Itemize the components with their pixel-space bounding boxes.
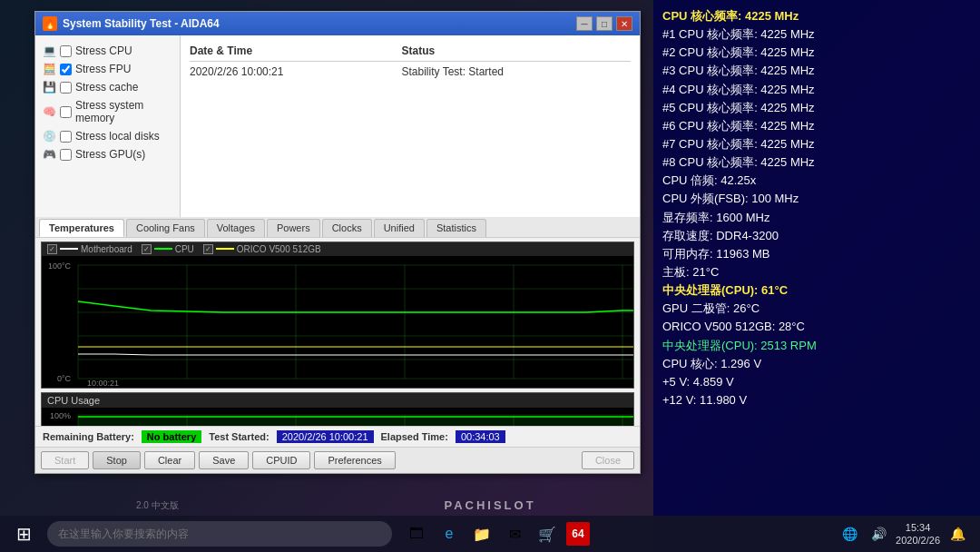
- test-started-value: 2020/2/26 10:00:21: [277, 430, 374, 443]
- chart-legend-bar: Motherboard CPU ORICO V500 512GB: [42, 242, 633, 256]
- tab-cooling-fans[interactable]: Cooling Fans: [126, 219, 205, 237]
- stress-checkbox-4[interactable]: [60, 131, 72, 143]
- stat-line: #2 CPU 核心频率: 4225 MHz: [662, 44, 971, 62]
- stress-checkbox-0[interactable]: [60, 45, 72, 57]
- cpu-usage-label: CPU Usage: [47, 395, 100, 406]
- svg-text:0°C: 0°C: [57, 374, 72, 383]
- time-value: 15:34: [896, 521, 940, 534]
- version-info: 2.0 中文版: [136, 499, 179, 512]
- bottom-info-bar: Remaining Battery: No battery Test Start…: [35, 426, 640, 447]
- taskbar-icon-view[interactable]: 🗔: [403, 520, 430, 547]
- stat-line: +12 V: 11.980 V: [662, 391, 971, 409]
- checkbox-icon-2: 💾: [43, 81, 56, 94]
- legend-orico-color: [216, 248, 234, 250]
- taskbar-right: 🌐 🔊 15:34 2020/2/26 🔔: [838, 521, 976, 547]
- checkbox-label-5: Stress GPU(s): [75, 148, 145, 161]
- cpu-chart-title: CPU Usage: [42, 393, 633, 408]
- stat-line: CPU 核心: 1.296 V: [662, 355, 971, 373]
- cpuid-button[interactable]: CPUID: [252, 451, 310, 469]
- checkbox-label-4: Stress local disks: [75, 130, 160, 143]
- tab-voltages[interactable]: Voltages: [207, 219, 265, 237]
- elapsed-value: 00:34:03: [456, 430, 505, 443]
- title-bar-controls: ─ □ ✕: [576, 16, 632, 31]
- title-bar: 🔥 System Stability Test - AIDA64 ─ □ ✕: [35, 12, 640, 35]
- svg-text:100%: 100%: [50, 411, 71, 420]
- save-button[interactable]: Save: [199, 451, 249, 469]
- legend-orico-checkbox[interactable]: [203, 244, 213, 254]
- taskbar-pinned-icons: 🗔 e 📁 ✉ 🛒 64: [403, 520, 590, 547]
- stat-line: CPU 外频(FSB): 100 MHz: [662, 190, 971, 208]
- battery-label: Remaining Battery:: [43, 431, 134, 442]
- legend-motherboard-label: Motherboard: [81, 244, 132, 254]
- status-header: Status: [402, 43, 632, 62]
- preferences-button[interactable]: Preferences: [314, 451, 395, 469]
- taskbar-icon-edge[interactable]: e: [436, 520, 463, 547]
- svg-text:100°C: 100°C: [48, 261, 72, 271]
- stat-line: 中央处理器(CPU): 61°C: [662, 281, 971, 300]
- legend-cpu-checkbox[interactable]: [142, 244, 152, 254]
- stop-button[interactable]: Stop: [93, 451, 141, 469]
- stat-line: #4 CPU 核心频率: 4225 MHz: [662, 81, 971, 99]
- tab-powers[interactable]: Powers: [267, 219, 320, 237]
- stress-checkbox-5[interactable]: [60, 149, 72, 161]
- stress-checkbox-2[interactable]: [60, 82, 72, 94]
- taskbar-icon-store[interactable]: 🛒: [534, 520, 561, 547]
- stat-line: #1 CPU 核心频率: 4225 MHz: [662, 25, 971, 44]
- test-started-label: Test Started:: [209, 431, 269, 442]
- tab-strip: TemperaturesCooling FansVoltagesPowersCl…: [35, 217, 640, 238]
- checkbox-row-3: 🧠Stress system memory: [43, 99, 172, 124]
- stat-line: 可用内存: 11963 MB: [662, 245, 971, 263]
- checkbox-row-1: 🧮Stress FPU: [43, 63, 172, 75]
- badge-64: 64: [572, 527, 583, 540]
- checkbox-row-4: 💿Stress local disks: [43, 130, 172, 143]
- legend-cpu-label: CPU: [175, 244, 194, 254]
- stat-line: #5 CPU 核心频率: 4225 MHz: [662, 99, 971, 117]
- stress-options-panel: 💻Stress CPU🧮Stress FPU💾Stress cache🧠Stre…: [35, 35, 181, 217]
- tray-icon-notification[interactable]: 🔔: [946, 522, 969, 546]
- close-window-button[interactable]: ✕: [616, 16, 632, 31]
- cpu-usage-chart-container: CPU Usage 100% 0%: [41, 392, 634, 427]
- checkbox-label-2: Stress cache: [75, 81, 138, 94]
- status-cell: Stability Test: Started: [402, 62, 632, 81]
- stress-checkbox-3[interactable]: [60, 106, 72, 118]
- clear-button[interactable]: Clear: [144, 451, 195, 469]
- legend-orico-label: ORICO V500 512GB: [237, 244, 321, 254]
- battery-value: No battery: [142, 430, 201, 443]
- stat-line: CPU 核心频率: 4225 MHz: [662, 7, 971, 25]
- taskbar: ⊞ 🗔 e 📁 ✉ 🛒 64 🌐 🔊 15:34 2020/2/26 🔔: [0, 516, 980, 552]
- stat-line: #7 CPU 核心频率: 4225 MHz: [662, 135, 971, 153]
- checkbox-icon-3: 🧠: [43, 105, 56, 118]
- tab-temperatures[interactable]: Temperatures: [39, 219, 124, 237]
- taskbar-icon-folder[interactable]: 📁: [468, 520, 495, 547]
- action-buttons-bar: Start Stop Clear Save CPUID Preferences …: [35, 447, 640, 473]
- stat-line: #6 CPU 核心频率: 4225 MHz: [662, 117, 971, 135]
- taskbar-icon-mail[interactable]: ✉: [501, 520, 528, 547]
- stat-line: CPU 倍频: 42.25x: [662, 172, 971, 190]
- checkbox-row-5: 🎮Stress GPU(s): [43, 148, 172, 161]
- checkbox-icon-4: 💿: [43, 130, 56, 143]
- checkbox-row-0: 💻Stress CPU: [43, 44, 172, 57]
- tray-icon-network[interactable]: 🌐: [838, 522, 861, 546]
- checkbox-row-2: 💾Stress cache: [43, 81, 172, 94]
- aida64-icon: 🔥: [43, 16, 57, 31]
- legend-motherboard-checkbox[interactable]: [47, 244, 57, 254]
- checkbox-icon-1: 🧮: [43, 63, 56, 75]
- stress-checkbox-1[interactable]: [60, 64, 72, 75]
- start-menu-button[interactable]: ⊞: [4, 519, 44, 548]
- minimize-button[interactable]: ─: [576, 16, 593, 31]
- tab-unified[interactable]: Unified: [374, 219, 425, 237]
- search-input[interactable]: [47, 521, 392, 547]
- stat-line: 存取速度: DDR4-3200: [662, 227, 971, 245]
- close-button[interactable]: Close: [582, 451, 634, 469]
- tab-clocks[interactable]: Clocks: [322, 219, 372, 237]
- maximize-button[interactable]: □: [596, 16, 612, 31]
- stat-line: ORICO V500 512GB: 28°C: [662, 318, 971, 336]
- taskbar-icon-64[interactable]: 64: [566, 522, 590, 546]
- tab-statistics[interactable]: Statistics: [426, 219, 486, 237]
- bottom-watermark: PACHISLOT: [444, 498, 535, 512]
- checkbox-label-3: Stress system memory: [75, 99, 172, 124]
- date-value: 2020/2/26: [896, 534, 940, 547]
- checkbox-icon-0: 💻: [43, 44, 56, 57]
- start-button[interactable]: Start: [41, 451, 89, 469]
- tray-icon-volume[interactable]: 🔊: [867, 522, 890, 546]
